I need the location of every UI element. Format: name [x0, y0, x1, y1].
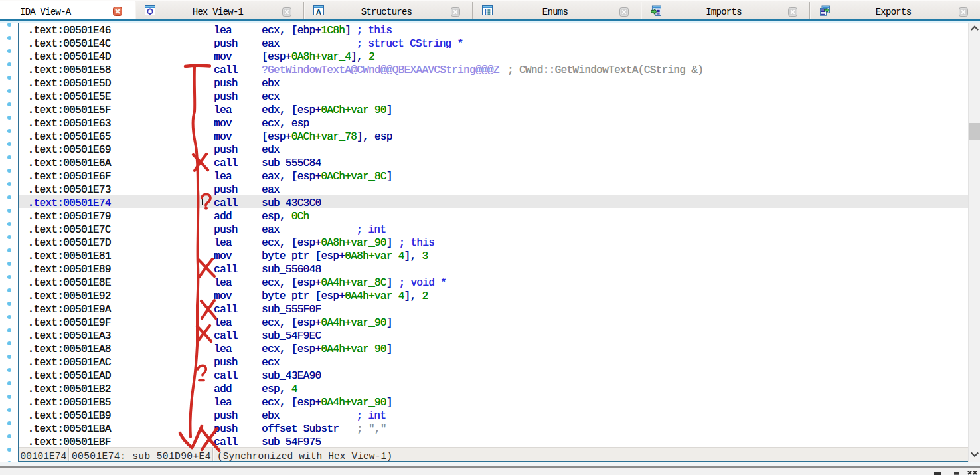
svg-text:A: A	[316, 8, 321, 16]
